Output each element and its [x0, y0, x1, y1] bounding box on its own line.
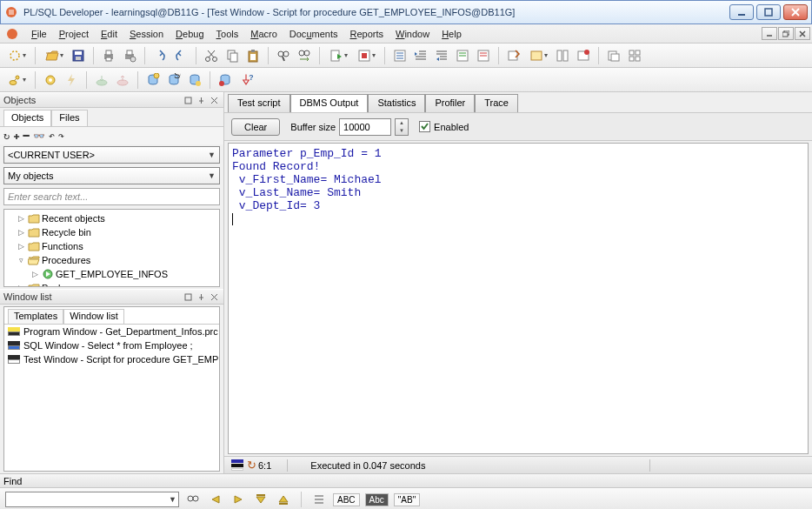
enabled-checkbox[interactable]: Enabled: [419, 121, 469, 132]
tool1-button[interactable]: [504, 46, 523, 65]
gear-button[interactable]: [41, 70, 60, 90]
help-arrow-button[interactable]: ?: [236, 70, 256, 90]
tool6-button[interactable]: [625, 46, 644, 65]
paste-button[interactable]: [243, 46, 263, 65]
db3-button[interactable]: [185, 70, 204, 90]
redo-button[interactable]: [171, 46, 190, 65]
menu-session[interactable]: Session: [124, 27, 169, 41]
menu-macro[interactable]: Macro: [245, 27, 283, 41]
tab-objects-inner[interactable]: Objects: [3, 110, 51, 126]
undo-button[interactable]: [150, 46, 170, 65]
filter-combo[interactable]: My objects▼: [3, 167, 220, 184]
tab-dbms-output[interactable]: DBMS Output: [290, 94, 369, 112]
indent-button[interactable]: [411, 46, 430, 65]
find-case-button[interactable]: Abc: [365, 493, 389, 506]
buffer-size-input[interactable]: [339, 118, 391, 136]
buffer-size-spinner[interactable]: ▲▼: [395, 118, 409, 136]
menu-edit[interactable]: Edit: [96, 27, 123, 41]
lightning-button[interactable]: [62, 70, 81, 90]
db2-button[interactable]: SQL: [164, 70, 183, 90]
find-first-icon[interactable]: [252, 491, 270, 508]
panel-pin-icon[interactable]: [195, 94, 207, 106]
find-input[interactable]: ▼: [5, 492, 179, 507]
tab-test-script[interactable]: Test script: [228, 94, 290, 112]
panel-menu-icon[interactable]: [182, 94, 194, 106]
menu-window[interactable]: Window: [390, 27, 435, 41]
object-search-input[interactable]: Enter search text...: [3, 188, 220, 205]
tree-item[interactable]: ▿Procedures: [6, 253, 217, 267]
tool4-button[interactable]: [574, 46, 593, 65]
obj-find-icon[interactable]: 👓: [33, 131, 45, 142]
find-whole-button[interactable]: "AB": [394, 493, 420, 506]
menu-tools[interactable]: Tools: [211, 27, 244, 41]
menu-help[interactable]: Help: [436, 27, 467, 41]
logon-button[interactable]: ▾: [3, 70, 30, 90]
replace-button[interactable]: [295, 46, 314, 65]
tab-files-inner[interactable]: Files: [51, 110, 87, 126]
find-last-icon[interactable]: [275, 491, 292, 508]
copy-button[interactable]: [223, 46, 242, 65]
menu-project[interactable]: Project: [54, 27, 94, 41]
save-button[interactable]: [69, 46, 88, 65]
close-button[interactable]: [783, 4, 808, 20]
panel-close-icon[interactable]: [208, 291, 220, 303]
find-prev-icon[interactable]: [207, 491, 224, 508]
open-button[interactable]: ▾: [41, 46, 67, 65]
object-tree[interactable]: ▷Recent objects▷Recycle bin▷Functions▿Pr…: [3, 209, 220, 287]
find-button[interactable]: [274, 46, 293, 65]
rollback-button[interactable]: [113, 70, 132, 90]
print-setup-button[interactable]: [120, 46, 139, 65]
obj-fwd-icon[interactable]: ↷: [58, 130, 64, 142]
mdi-restore-button[interactable]: [778, 27, 794, 40]
panel-close-icon[interactable]: [208, 94, 220, 106]
unindent-button[interactable]: [432, 46, 451, 65]
commit-button[interactable]: [92, 70, 111, 90]
mdi-minimize-button[interactable]: [762, 27, 777, 40]
find-list-icon[interactable]: [310, 491, 328, 508]
maximize-button[interactable]: [756, 4, 781, 20]
winlist-item[interactable]: SQL Window - Select * from Employee ;: [4, 338, 219, 352]
tab-templates[interactable]: Templates: [8, 309, 63, 324]
dbms-output-text[interactable]: Parameter p_Emp_Id = 1 Found Record! v_F…: [228, 143, 809, 454]
cut-button[interactable]: [202, 46, 221, 65]
minimize-button[interactable]: [729, 4, 754, 20]
obj-back-icon[interactable]: ↶: [49, 130, 55, 142]
menu-debug[interactable]: Debug: [170, 27, 209, 41]
break-button[interactable]: ▾: [353, 46, 379, 65]
db1-button[interactable]: [143, 70, 163, 90]
tab-winlist[interactable]: Window list: [63, 309, 124, 324]
status-refresh-icon[interactable]: ↻: [247, 459, 256, 472]
tree-item[interactable]: ▷Functions: [6, 239, 217, 253]
tool2-button[interactable]: ▾: [525, 46, 551, 65]
menu-documents[interactable]: Documents: [284, 27, 343, 41]
find-next-icon[interactable]: [230, 491, 247, 508]
panel-pin-icon[interactable]: [195, 291, 207, 303]
winlist-item[interactable]: Program Window - Get_Department_Infos.pr…: [4, 325, 219, 338]
find-binoculars-icon[interactable]: [184, 491, 202, 508]
tree-item[interactable]: ▷Recycle bin: [6, 225, 217, 239]
obj-refresh-icon[interactable]: ↻: [3, 130, 10, 142]
winlist-item[interactable]: Test Window - Script for procedure GET_E…: [4, 352, 219, 366]
obj-add-icon[interactable]: ✚: [13, 130, 19, 142]
new-button[interactable]: ▾: [3, 46, 30, 65]
uncomment-button[interactable]: [474, 46, 493, 65]
user-combo[interactable]: <CURRENT USER>▼: [3, 146, 220, 164]
tree-item[interactable]: ▷Packages: [6, 281, 217, 287]
explain-button[interactable]: [390, 46, 409, 65]
tab-profiler[interactable]: Profiler: [425, 94, 475, 112]
tool5-button[interactable]: [604, 46, 623, 65]
obj-del-icon[interactable]: ━: [23, 130, 29, 142]
menu-file[interactable]: File: [26, 27, 52, 41]
print-button[interactable]: [99, 46, 118, 65]
db4-button[interactable]: [216, 70, 235, 90]
tab-statistics[interactable]: Statistics: [368, 94, 425, 112]
tool3-button[interactable]: [553, 46, 572, 65]
mdi-close-button[interactable]: [795, 27, 810, 40]
execute-button[interactable]: ▾: [325, 46, 351, 65]
comment-button[interactable]: [453, 46, 472, 65]
clear-button[interactable]: Clear: [231, 118, 280, 136]
find-abc-button[interactable]: ABC: [333, 493, 360, 506]
tree-item[interactable]: ▷Recent objects: [6, 211, 217, 225]
panel-menu-icon[interactable]: [182, 291, 194, 303]
tree-item[interactable]: ▷GET_EMPLOYEE_INFOS: [6, 267, 217, 281]
